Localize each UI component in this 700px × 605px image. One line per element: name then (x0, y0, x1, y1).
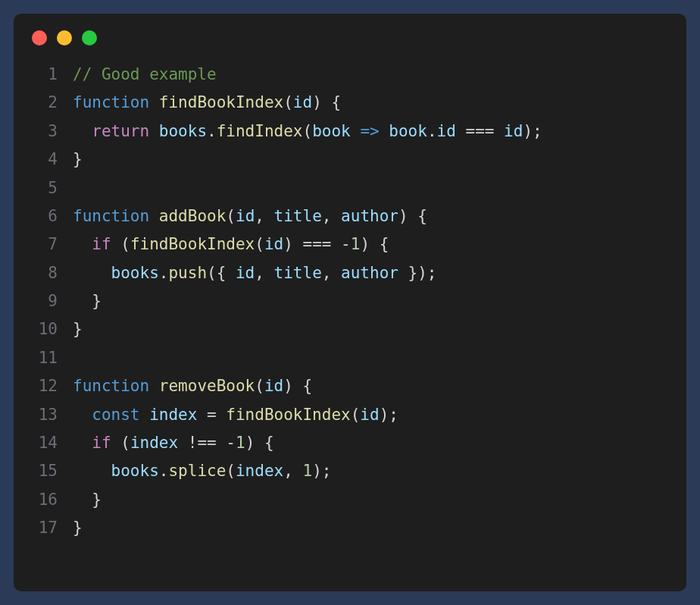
token: book (389, 122, 427, 140)
line-number: 13 (26, 401, 58, 429)
token: addBook (159, 207, 227, 225)
token (73, 264, 111, 282)
code-line: 13 const index = findBookIndex(id); (26, 401, 674, 429)
token: } (73, 150, 83, 168)
token: ); (380, 406, 398, 424)
code-line: 11 (26, 344, 674, 372)
token: return (92, 122, 149, 140)
token: author (341, 264, 398, 282)
token (351, 122, 361, 140)
code-content: books.push({ id, title, author }); (73, 259, 437, 287)
code-line: 14 if (index !== -1) { (26, 429, 674, 457)
code-content: if (findBookIndex(id) === -1) { (73, 230, 389, 259)
code-content: function findBookIndex(id) { (73, 89, 341, 117)
token: }); (398, 264, 437, 282)
line-number: 10 (26, 315, 58, 343)
token: // Good example (73, 65, 217, 83)
token: ) { (360, 235, 389, 253)
token: index (130, 434, 178, 452)
line-number: 1 (26, 61, 58, 89)
token: findBookIndex (130, 235, 255, 253)
token: ( (255, 377, 264, 395)
code-line: 8 books.push({ id, title, author }); (26, 259, 674, 287)
token: books (111, 462, 159, 480)
code-line: 4} (26, 146, 674, 174)
token (149, 207, 159, 225)
maximize-icon[interactable] (82, 30, 97, 45)
code-line: 1// Good example (26, 61, 674, 89)
token: index (149, 406, 197, 424)
line-number: 5 (26, 174, 58, 202)
token: function (73, 377, 149, 395)
token (140, 406, 150, 424)
line-number: 6 (26, 202, 58, 230)
code-area[interactable]: 1// Good example2function findBookIndex(… (14, 53, 686, 591)
code-content: // Good example (73, 61, 217, 89)
line-number: 2 (26, 89, 58, 117)
code-line: 15 books.splice(index, 1); (26, 457, 674, 485)
token: ( (226, 207, 236, 225)
token: } (73, 292, 102, 310)
code-editor-window: 1// Good example2function findBookIndex(… (14, 14, 686, 591)
token: 1 (236, 434, 245, 452)
token: } (73, 491, 102, 509)
code-line: 7 if (findBookIndex(id) === -1) { (26, 230, 674, 259)
line-number: 11 (26, 344, 58, 372)
token: } (73, 320, 83, 338)
code-line: 12function removeBook(id) { (26, 372, 674, 400)
token: , (255, 264, 273, 282)
close-icon[interactable] (32, 30, 47, 45)
token: title (274, 207, 322, 225)
token: books (159, 122, 207, 140)
line-number: 4 (26, 146, 58, 174)
minimize-icon[interactable] (57, 30, 72, 45)
code-content: } (73, 486, 102, 514)
line-number: 14 (26, 429, 58, 457)
code-line: 17} (26, 514, 674, 542)
line-number: 16 (26, 486, 58, 514)
token: ); (312, 462, 331, 480)
token: id (360, 406, 379, 424)
token: findBookIndex (159, 93, 283, 111)
line-number: 7 (26, 230, 58, 259)
token: id (236, 264, 255, 282)
code-content: if (index !== -1) { (73, 429, 274, 457)
code-content: } (73, 146, 83, 174)
token: function (73, 93, 149, 111)
line-number: 17 (26, 514, 58, 542)
token: !== (178, 434, 226, 452)
token: - (226, 434, 236, 452)
token: author (341, 207, 398, 225)
token: splice (168, 462, 226, 480)
token (149, 93, 159, 111)
token: title (274, 264, 322, 282)
token: ( (226, 462, 236, 480)
line-number: 9 (26, 287, 58, 315)
token: book (312, 122, 351, 140)
code-line: 6function addBook(id, title, author) { (26, 202, 674, 230)
line-number: 3 (26, 118, 58, 146)
token (73, 434, 92, 452)
code-content: } (73, 514, 83, 542)
token: = (197, 406, 226, 424)
token: const (92, 406, 139, 424)
code-content: books.splice(index, 1); (73, 457, 331, 485)
token: ) { (398, 207, 427, 225)
token: index (236, 462, 283, 480)
token: id (264, 235, 283, 253)
code-line: 10} (26, 315, 674, 343)
token: id (236, 207, 255, 225)
token (73, 235, 92, 253)
token: => (360, 122, 379, 140)
code-content: const index = findBookIndex(id); (73, 401, 398, 429)
token (73, 462, 111, 480)
token: 1 (302, 462, 312, 480)
token: , (255, 207, 273, 225)
token (73, 406, 92, 424)
token: ) { (312, 93, 341, 111)
token: , (283, 462, 302, 480)
token: if (92, 235, 111, 253)
token: ) { (283, 377, 312, 395)
token: === (456, 122, 504, 140)
token: , (322, 264, 341, 282)
